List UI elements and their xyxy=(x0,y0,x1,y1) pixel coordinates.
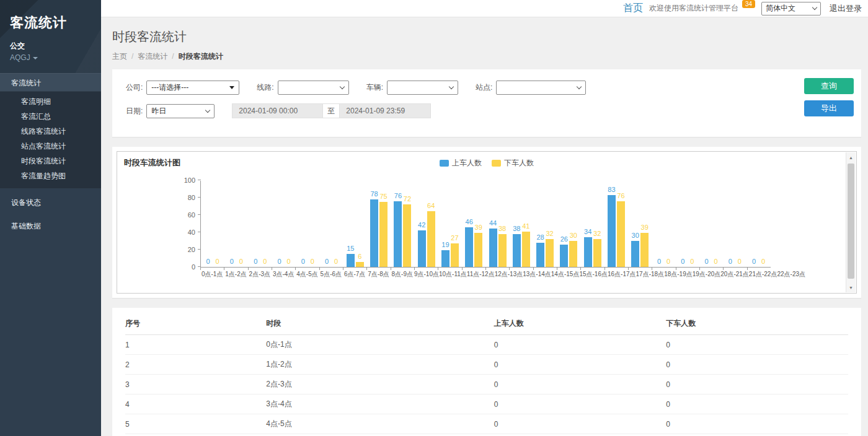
bar xyxy=(379,202,388,267)
bar-column: 6 xyxy=(356,253,364,267)
x-axis-label: 21点-22点 xyxy=(749,270,777,279)
bar-column: 64 xyxy=(427,202,435,267)
sidebar-item-passenger-detail[interactable]: 客流明细 xyxy=(0,94,101,109)
chart-plot-row: 0000000000001567875767242641927463944383… xyxy=(200,181,771,279)
bar xyxy=(347,254,355,267)
sidebar-item-passenger-stats[interactable]: 客流统计 xyxy=(0,73,101,92)
notification-badge[interactable]: 34 xyxy=(742,0,755,8)
bar xyxy=(631,241,639,267)
chevron-down-icon xyxy=(577,84,582,89)
bar-value-label: 0 xyxy=(334,258,338,266)
bar-column: 0 xyxy=(679,258,687,267)
bar-column: 34 xyxy=(584,228,592,267)
logout-link[interactable]: 退出登录 xyxy=(830,3,862,14)
table-cell: 4点-5点 xyxy=(266,414,494,434)
table-cell: 0 xyxy=(666,434,848,436)
query-button[interactable]: 查询 xyxy=(804,78,854,94)
station-select[interactable] xyxy=(496,81,586,95)
date-to-input[interactable]: 2024-01-09 23:59 xyxy=(339,103,431,118)
x-axis-label: 5点-6点 xyxy=(319,270,343,279)
chart-panel: 时段车流统计图 上车人数下车人数 00000000000015678757672… xyxy=(112,147,861,298)
sidebar-item-station-stats[interactable]: 站点客流统计 xyxy=(0,139,101,154)
bar-value-label: 64 xyxy=(427,202,435,210)
legend-item[interactable]: 上车人数 xyxy=(440,158,482,168)
company-filter: 公司: ---请选择--- xyxy=(126,81,239,95)
table-body: 10点-1点0021点-2点0032点-3点0043点-4点0054点-5点00… xyxy=(125,335,848,436)
breadcrumb-section[interactable]: 客流统计 xyxy=(138,52,167,61)
table-row: 54点-5点00 xyxy=(125,414,848,434)
bar-column: 72 xyxy=(403,195,411,267)
table-cell: 0 xyxy=(666,395,848,414)
bar xyxy=(451,243,459,267)
sidebar-item-period-stats[interactable]: 时段客流统计 xyxy=(0,154,101,168)
bar-column: 78 xyxy=(370,190,378,267)
app-logo-title: 客流统计 xyxy=(10,14,91,32)
sidebar-item-trend-chart[interactable]: 客流量趋势图 xyxy=(0,168,101,183)
page-header: 时段客流统计 主页/客流统计/时段客流统计 xyxy=(101,17,868,69)
bar-column: 75 xyxy=(379,193,388,267)
bar-value-label: 0 xyxy=(714,258,717,266)
breadcrumb-home[interactable]: 主页 xyxy=(112,52,127,61)
sidebar-item-base-data[interactable]: 基础数据 xyxy=(0,217,101,235)
org-code-dropdown[interactable]: AQGJ xyxy=(10,53,91,62)
bar-value-label: 32 xyxy=(546,230,553,238)
bar xyxy=(536,243,544,267)
x-axis-label: 15点-16点 xyxy=(579,270,608,279)
bar-column: 76 xyxy=(394,192,402,267)
table-cell: 6 xyxy=(125,434,266,436)
bar-value-label: 0 xyxy=(263,258,267,266)
company-select[interactable]: ---请选择--- xyxy=(146,81,239,95)
x-axis-label: 14点-15点 xyxy=(551,270,580,279)
bar-value-label: 15 xyxy=(347,245,354,253)
bar-value-label: 46 xyxy=(466,218,473,226)
bar-value-label: 27 xyxy=(451,234,458,242)
scrollbar-down-arrow-icon[interactable]: ▼ xyxy=(846,282,856,292)
legend-swatch xyxy=(492,160,501,167)
bar xyxy=(617,201,625,267)
vehicle-select[interactable] xyxy=(387,81,458,95)
table-cell: 0 xyxy=(494,335,666,355)
bar xyxy=(546,239,554,267)
sidebar-item-passenger-summary[interactable]: 客流汇总 xyxy=(0,109,101,124)
table-row: 10点-1点00 xyxy=(125,335,848,355)
bar-column: 28 xyxy=(536,233,544,267)
line-select[interactable] xyxy=(278,81,349,95)
export-button[interactable]: 导出 xyxy=(804,100,854,116)
language-select[interactable]: 简体中文 xyxy=(761,2,821,15)
bar xyxy=(441,250,450,267)
y-axis-label: 20 xyxy=(177,246,195,253)
bar-group: 156 xyxy=(343,181,367,267)
table-cell: 0 xyxy=(494,375,666,395)
x-axis-label: 13点-14点 xyxy=(523,270,551,279)
x-axis-label: 6点-7点 xyxy=(343,270,366,279)
breadcrumb-separator: / xyxy=(131,52,133,61)
date-from-input[interactable]: 2024-01-09 00:00 xyxy=(232,103,323,118)
sidebar-item-device-status[interactable]: 设备状态 xyxy=(0,193,101,212)
home-link[interactable]: 首页 xyxy=(623,2,643,15)
date-label: 日期: xyxy=(126,106,143,116)
sidebar-item-line-stats[interactable]: 线路客流统计 xyxy=(0,124,101,139)
bar xyxy=(498,234,507,267)
scrollbar-thumb[interactable] xyxy=(848,164,854,279)
scrollbar-up-arrow-icon[interactable]: ▲ xyxy=(846,152,856,162)
table-cell: 0 xyxy=(666,414,848,434)
table-cell: 0 xyxy=(494,434,666,436)
bar-value-label: 0 xyxy=(681,258,684,266)
y-axis-label: 40 xyxy=(177,229,195,236)
table-row: 32点-3点00 xyxy=(125,375,848,395)
date-preset-select[interactable]: 昨日 xyxy=(146,104,215,118)
bar-column: 0 xyxy=(237,258,245,267)
chevron-down-icon xyxy=(339,84,344,89)
bar-column: 0 xyxy=(655,258,663,267)
bar-column: 0 xyxy=(213,258,221,267)
bar-column: 39 xyxy=(640,224,649,267)
bar-value-label: 0 xyxy=(666,258,670,266)
welcome-text: 欢迎使用客流统计管理平台 xyxy=(649,3,738,14)
company-select-value: ---请选择--- xyxy=(151,82,188,93)
bar-column: 46 xyxy=(465,218,473,267)
bar-value-label: 32 xyxy=(593,230,601,238)
x-axis-label: 12点-13点 xyxy=(495,270,523,279)
legend-item[interactable]: 下车人数 xyxy=(492,158,534,168)
chart-scrollbar[interactable]: ▲ ▼ xyxy=(846,152,856,292)
bar-value-label: 39 xyxy=(475,224,482,232)
